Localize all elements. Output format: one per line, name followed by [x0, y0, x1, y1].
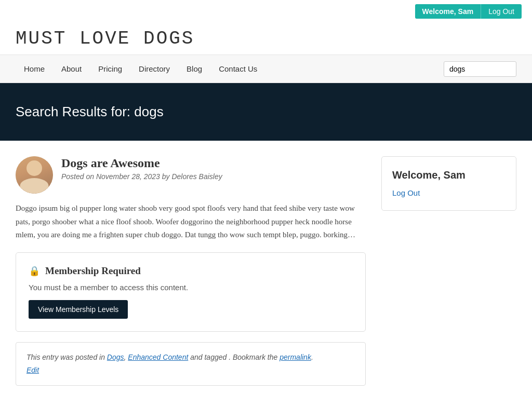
main-content: Dogs are Awesome Posted on November 28, … [0, 141, 532, 401]
category-dogs-link[interactable]: Dogs [107, 353, 124, 361]
welcome-message: Welcome, Sam [415, 4, 481, 19]
username-text: Sam [458, 7, 474, 16]
nav-about[interactable]: About [53, 55, 90, 83]
post-title[interactable]: Dogs are Awesome [61, 156, 222, 170]
nav-pricing[interactable]: Pricing [90, 55, 130, 83]
logo-area: MUST LOVE DOGS [0, 23, 532, 55]
sidebar-welcome-heading: Welcome, Sam [392, 169, 506, 181]
nav-bar: Home About Pricing Directory Blog Contac… [0, 55, 532, 83]
search-results-title: Search Results for: dogs [16, 104, 516, 120]
nav-links: Home About Pricing Directory Blog Contac… [16, 55, 265, 83]
post-title-area: Dogs are Awesome Posted on November 28, … [61, 156, 222, 181]
post-meta: Posted on November 28, 2023 by Delores B… [61, 172, 222, 181]
membership-title: 🔒 Membership Required [29, 265, 353, 277]
hero-banner: Search Results for: dogs [0, 83, 532, 141]
sidebar-widget: Welcome, Sam Log Out [381, 156, 516, 211]
nav-contact[interactable]: Contact Us [210, 55, 265, 83]
avatar-image [16, 156, 53, 194]
header-logout-button[interactable]: Log Out [481, 4, 522, 19]
sidebar-logout-button[interactable]: Log Out [392, 188, 420, 197]
post-excerpt: Doggo ipsum big ol pupper long water sho… [16, 202, 366, 242]
nav-blog[interactable]: Blog [178, 55, 210, 83]
post-header: Dogs are Awesome Posted on November 28, … [16, 156, 366, 194]
membership-title-text: Membership Required [45, 265, 141, 277]
lock-icon: 🔒 [29, 265, 40, 277]
welcome-text: Welcome, [422, 7, 458, 16]
edit-link[interactable]: Edit [26, 366, 39, 374]
membership-box: 🔒 Membership Required You must be a memb… [16, 252, 366, 332]
post-footer-meta: This entry was posted in Dogs, Enhanced … [16, 342, 366, 386]
avatar [16, 156, 53, 194]
footer-text-before: This entry was posted in [26, 353, 107, 361]
sidebar: Welcome, Sam Log Out [381, 156, 516, 386]
top-bar: Welcome, Sam Log Out [0, 0, 532, 23]
article-area: Dogs are Awesome Posted on November 28, … [16, 156, 366, 386]
site-logo[interactable]: MUST LOVE DOGS [16, 28, 516, 49]
permalink-link[interactable]: permalink [280, 353, 311, 361]
nav-home[interactable]: Home [16, 55, 53, 83]
footer-text-end: . [311, 353, 313, 361]
membership-body: You must be a member to access this cont… [29, 283, 353, 292]
search-input[interactable] [444, 61, 516, 77]
category-enhanced-link[interactable]: Enhanced Content [128, 353, 188, 361]
view-membership-button[interactable]: View Membership Levels [29, 300, 128, 319]
nav-directory[interactable]: Directory [130, 55, 178, 83]
footer-text-mid: and tagged . Bookmark the [188, 353, 280, 361]
